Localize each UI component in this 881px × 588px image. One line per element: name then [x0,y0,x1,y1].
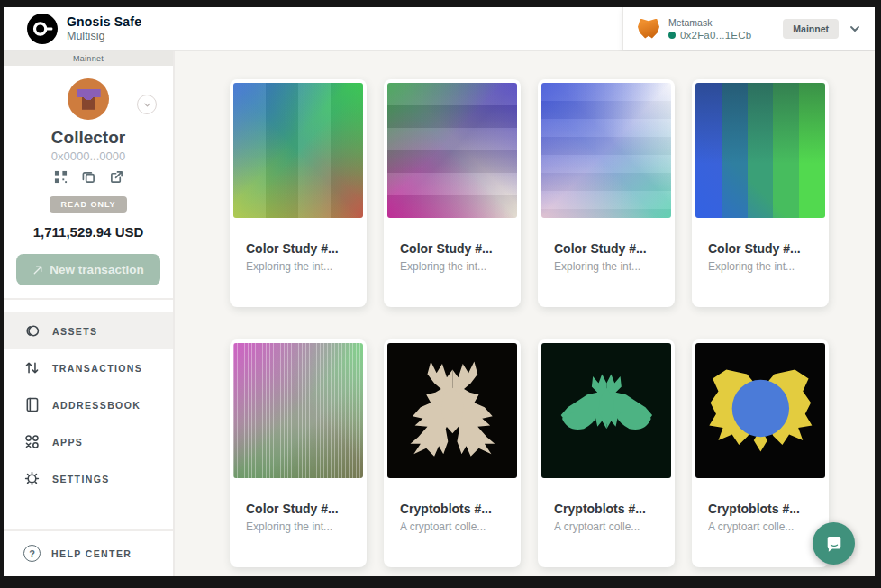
nft-card-text: Color Study #... Exploring the int... [233,218,363,303]
sidebar-item-label: TRANSACTIONS [52,363,142,374]
nft-title: Cryptoblots #... [708,502,813,516]
nft-subtitle: Exploring the int... [246,260,350,273]
nft-card[interactable]: Color Study #... Exploring the int... [692,79,829,307]
nft-artwork-inkblot [387,343,517,478]
safe-address: 0x0000...0000 [4,149,173,163]
addressbook-icon [23,396,41,413]
inkblot-antler-figure [395,351,510,470]
sidebar-item-label: ADDRESSBOOK [52,400,141,411]
assets-icon [23,322,41,339]
nft-artwork-gradient [541,83,671,218]
safe-collapse-button[interactable] [137,95,157,114]
wallet-meta: Metamask 0x2Fa0...1ECb [668,17,751,41]
nft-title: Cryptoblots #... [554,502,658,516]
read-only-badge: READ ONLY [50,196,126,213]
nft-subtitle: Exploring the int... [708,260,813,273]
sidebar-spacer [4,497,173,529]
network-status-dot [668,32,676,39]
new-transaction-label: New transaction [50,263,143,276]
nft-title: Color Study #... [708,241,813,256]
brand-name: Gnosis Safe [67,14,141,29]
nft-card-text: Color Study #... Exploring the int... [695,218,825,303]
brand[interactable]: Gnosis Safe Multisig [4,7,141,50]
chat-bubble-icon [823,533,845,555]
send-arrow-icon [32,265,43,276]
safe-identicon-avatar [68,78,109,120]
sidebar-network-label: Mainnet [4,51,173,66]
wallet-address-row: 0x2Fa0...1ECb [668,30,751,41]
help-center-link[interactable]: ? HELP CENTER [4,529,173,576]
wallet-connection[interactable]: Metamask 0x2Fa0...1ECb Mainnet [622,7,875,50]
nft-card-text: Cryptoblots #... A cryptoart colle... [695,478,825,564]
brand-text: Gnosis Safe Multisig [67,14,141,42]
brand-variant: Multisig [67,30,141,42]
nft-artwork-gradient [695,83,825,218]
external-link-icon[interactable] [110,170,123,184]
nft-subtitle: Exploring the int... [400,260,504,273]
nft-artwork-inkblot [695,343,825,478]
question-mark-icon: ? [23,545,41,562]
apps-icon [23,433,41,450]
app-body: Mainnet Collector 0x0000...0000 [4,51,875,576]
sidebar-item-label: APPS [52,437,83,448]
nft-subtitle: A cryptoart colle... [708,520,813,533]
nft-card-text: Cryptoblots #... A cryptoart colle... [541,478,671,564]
sidebar-item-label: ASSETS [52,326,97,337]
collectibles-grid: Color Study #... Exploring the int... Co… [230,79,830,567]
sidebar-item-label: SETTINGS [52,474,110,484]
help-center-label: HELP CENTER [51,548,132,559]
transactions-icon [23,359,41,376]
nft-card-text: Cryptoblots #... A cryptoart colle... [387,478,517,564]
sidebar: Mainnet Collector 0x0000...0000 [4,51,175,576]
chevron-down-icon [142,100,152,110]
nft-card[interactable]: Color Study #... Exploring the int... [384,79,521,307]
nft-card-text: Color Study #... Exploring the int... [387,218,517,303]
sidebar-item-assets[interactable]: ASSETS [4,312,173,349]
wallet-address: 0x2Fa0...1ECb [680,30,751,41]
gnosis-safe-app: Gnosis Safe Multisig Metamask 0x2Fa0...1… [4,7,875,576]
copy-address-icon[interactable] [82,170,95,184]
safe-header: Collector 0x0000...0000 [4,66,173,240]
sidebar-item-transactions[interactable]: TRANSACTIONS [4,349,173,386]
nft-subtitle: A cryptoart colle... [554,520,658,533]
safe-action-icons [4,170,173,184]
nft-title: Color Study #... [554,241,658,256]
nft-subtitle: Exploring the int... [246,520,350,533]
nft-card[interactable]: Color Study #... Exploring the int... [230,339,367,567]
nft-card[interactable]: Cryptoblots #... A cryptoart colle... [692,339,829,567]
nft-artwork-gradient [387,83,517,218]
inkblot-moth-figure [549,351,664,470]
qr-code-icon[interactable] [54,170,68,184]
safe-name: Collector [4,128,173,148]
nft-card-text: Color Study #... Exploring the int... [541,218,671,303]
new-transaction-button[interactable]: New transaction [16,254,160,285]
nft-artwork-gradient [233,343,363,478]
intercom-chat-button[interactable] [813,522,855,565]
wallet-provider: Metamask [668,17,751,28]
sidebar-item-settings[interactable]: SETTINGS [4,460,173,497]
gnosis-safe-logo-icon [27,14,58,44]
nft-title: Cryptoblots #... [400,502,504,516]
nft-title: Color Study #... [400,241,504,256]
nft-card[interactable]: Color Study #... Exploring the int... [538,79,675,307]
sidebar-divider [4,298,173,300]
nft-card-text: Color Study #... Exploring the int... [233,478,363,564]
metamask-fox-icon [638,19,659,39]
nft-subtitle: Exploring the int... [554,260,658,273]
chevron-down-icon[interactable] [848,22,862,36]
collectibles-panel: Color Study #... Exploring the int... Co… [175,51,875,576]
nft-card[interactable]: Cryptoblots #... A cryptoart colle... [384,339,521,567]
nft-card[interactable]: Cryptoblots #... A cryptoart colle... [538,339,675,567]
app-header: Gnosis Safe Multisig Metamask 0x2Fa0...1… [4,7,875,51]
sidebar-nav: ASSETS TRANSACTIONS [4,312,173,497]
nft-subtitle: A cryptoart colle... [400,520,504,533]
nft-card[interactable]: Color Study #... Exploring the int... [230,79,367,307]
sidebar-item-apps[interactable]: APPS [4,423,173,460]
network-badge: Mainnet [783,19,839,39]
screen: Gnosis Safe Multisig Metamask 0x2Fa0...1… [0,0,881,588]
sidebar-item-addressbook[interactable]: ADDRESSBOOK [4,386,173,423]
safe-balance: 1,711,529.94 USD [4,224,173,240]
nft-title: Color Study #... [246,241,350,256]
nft-artwork-inkblot [541,343,671,478]
settings-icon [23,470,41,487]
